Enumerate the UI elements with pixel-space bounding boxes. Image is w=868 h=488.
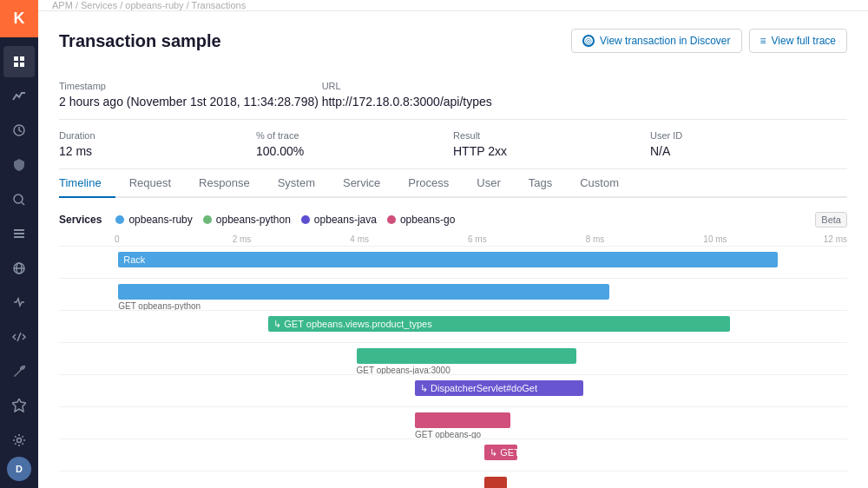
trace-row-7: SELECT FROM product_types — [59, 471, 847, 488]
main-content: APM / Services / opbeans-ruby / Transact… — [38, 0, 868, 488]
view-trace-button[interactable]: ≡ View full trace — [749, 29, 848, 53]
beta-badge: Beta — [815, 212, 847, 228]
axis-label-4: 8 ms — [586, 234, 704, 244]
userid-col: User ID N/A — [650, 120, 847, 168]
home-icon[interactable] — [3, 46, 35, 77]
axis-label-6: 12 ms — [821, 234, 847, 244]
result-col: Result HTTP 2xx — [453, 120, 650, 168]
axis-labels: 02 ms4 ms6 ms8 ms10 ms12 ms — [59, 234, 847, 244]
duration-col: Duration 12 ms — [59, 120, 256, 168]
timeline-area: 02 ms4 ms6 ms8 ms10 ms12 ms RackGET opbe… — [59, 234, 847, 488]
pct-trace-label: % of trace — [256, 130, 453, 141]
tab-system[interactable]: System — [264, 169, 329, 198]
topbar: APM / Services / opbeans-ruby / Transact… — [38, 0, 868, 11]
svg-rect-0 — [14, 56, 18, 61]
service-dot-opbeans-java — [301, 215, 310, 224]
settings-icon[interactable] — [3, 425, 35, 456]
logo-icon[interactable]: K — [0, 0, 38, 37]
service-dot-opbeans-ruby — [115, 215, 124, 224]
svg-rect-1 — [20, 56, 24, 61]
map-icon[interactable] — [3, 253, 35, 284]
url-value: http://172.18.0.8:3000/api/types — [322, 95, 847, 109]
timestamp-url-row: Timestamp 2 hours ago (November 1st 2018… — [59, 70, 847, 120]
favorite-icon[interactable] — [3, 390, 35, 421]
url-label: URL — [322, 81, 847, 91]
service-name-opbeans-go: opbeans-go — [400, 214, 455, 226]
trace-bar-2: ↳ GET opbeans.views.product_types — [268, 316, 730, 332]
service-badge-opbeans-python: opbeans-python — [203, 214, 291, 226]
trace-bar-1 — [118, 284, 608, 300]
timestamp-col: Timestamp 2 hours ago (November 1st 2018… — [59, 70, 322, 119]
trace-row-5: GET opbeans-go — [59, 406, 847, 439]
axis-label-5: 10 ms — [703, 234, 821, 244]
svg-point-14 — [17, 438, 22, 442]
svg-rect-9 — [14, 236, 24, 238]
header-actions: ◎ View transaction in Discover ≡ View fu… — [571, 29, 847, 53]
tab-timeline[interactable]: Timeline — [59, 169, 115, 198]
tab-custom[interactable]: Custom — [566, 169, 633, 198]
result-label: Result — [453, 130, 650, 141]
trace-row-6: ↳ GET /api/types — [59, 439, 847, 471]
axis-label-3: 6 ms — [468, 234, 586, 244]
svg-line-6 — [22, 202, 24, 205]
nav-icon[interactable] — [3, 218, 35, 249]
tab-bar: TimelineRequestResponseSystemServiceProc… — [59, 169, 847, 198]
service-dot-opbeans-python — [203, 215, 212, 224]
trace-bar-3 — [357, 348, 576, 364]
shield-icon[interactable] — [3, 149, 35, 181]
discover-button-label: View transaction in Discover — [600, 35, 731, 47]
breadcrumb: APM / Services / opbeans-ruby / Transact… — [52, 0, 246, 10]
svg-rect-3 — [20, 63, 24, 67]
service-name-opbeans-python: opbeans-python — [216, 214, 291, 226]
service-name-opbeans-ruby: opbeans-ruby — [128, 214, 192, 226]
svg-line-13 — [17, 333, 21, 341]
tab-process[interactable]: Process — [394, 169, 463, 198]
service-badge-opbeans-ruby: opbeans-ruby — [115, 214, 192, 226]
content-area: Transaction sample ◎ View transaction in… — [38, 11, 868, 488]
userid-label: User ID — [650, 130, 847, 141]
tab-tags[interactable]: Tags — [515, 169, 566, 198]
trace-bar-6: ↳ GET /api/types — [484, 445, 517, 460]
service-dot-opbeans-go — [387, 215, 396, 224]
trace-row-2: ↳ GET opbeans.views.product_types — [59, 310, 847, 342]
pct-trace-col: % of trace 100.00% — [256, 120, 453, 168]
trace-bar-5 — [415, 412, 510, 428]
tab-response[interactable]: Response — [185, 169, 264, 198]
view-discover-button[interactable]: ◎ View transaction in Discover — [571, 29, 742, 53]
service-badge-opbeans-java: opbeans-java — [301, 214, 377, 226]
svg-point-5 — [14, 195, 23, 203]
timestamp-value: 2 hours ago (November 1st 2018, 11:34:28… — [59, 95, 322, 109]
duration-value: 12 ms — [59, 144, 256, 158]
tab-service[interactable]: Service — [329, 169, 394, 198]
trace-icon: ≡ — [760, 35, 766, 47]
trace-row-1: GET opbeans-python — [59, 278, 847, 310]
apm-icon[interactable] — [3, 81, 35, 112]
metrics-row: Duration 12 ms % of trace 100.00% Result… — [59, 120, 847, 169]
heartbeat-icon[interactable] — [3, 287, 35, 319]
services-label: Services — [59, 214, 102, 226]
svg-rect-8 — [14, 233, 24, 234]
trace-rows: RackGET opbeans-python↳ GET opbeans.view… — [59, 246, 847, 488]
service-badge-opbeans-go: opbeans-go — [387, 214, 455, 226]
tab-request[interactable]: Request — [115, 169, 185, 198]
page-title: Transaction sample — [59, 31, 221, 51]
service-name-opbeans-java: opbeans-java — [314, 214, 377, 226]
sidebar: K D — [0, 0, 38, 488]
axis-label-2: 4 ms — [350, 234, 468, 244]
clock-icon[interactable] — [3, 115, 35, 147]
code-icon[interactable] — [3, 321, 35, 353]
tab-user[interactable]: User — [463, 169, 514, 198]
svg-rect-2 — [14, 63, 18, 67]
trace-row-0: Rack — [59, 246, 847, 278]
pct-trace-value: 100.00% — [256, 144, 453, 158]
user-avatar[interactable]: D — [7, 457, 31, 481]
trace-button-label: View full trace — [772, 35, 836, 47]
explore-icon[interactable] — [3, 184, 35, 215]
url-col: URL http://172.18.0.8:3000/api/types — [322, 70, 847, 119]
wrench-icon[interactable] — [3, 356, 35, 387]
duration-label: Duration — [59, 130, 256, 141]
axis-label-1: 2 ms — [233, 234, 351, 244]
section-header: Transaction sample ◎ View transaction in… — [59, 29, 847, 53]
trace-row-4: ↳ DispatcherServlet#doGet — [59, 374, 847, 406]
trace-bar-7 — [484, 477, 506, 488]
